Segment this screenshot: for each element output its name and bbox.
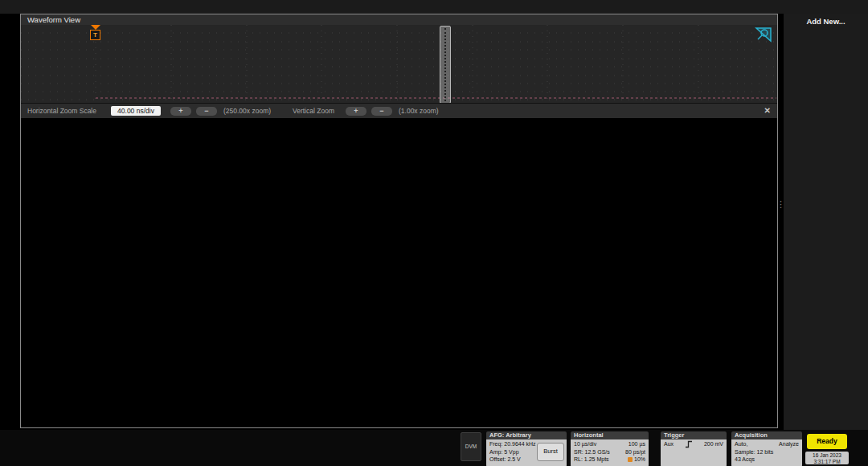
afg-panel[interactable]: AFG: Arbitrary Freq: 20.9644 kHz Amp: 5 … <box>486 431 567 466</box>
burst-button[interactable]: Burst <box>537 443 564 461</box>
date-label: 16 Jan 2023 <box>805 452 849 459</box>
acq-mode: Auto, <box>735 440 747 448</box>
waveform-view-window: Waveform View T Horizontal Zoom Scale 40… <box>20 14 778 428</box>
trigger-source: Aux <box>664 440 674 448</box>
trigger-level: 200 mV <box>704 440 723 448</box>
horizontal-header: Horizontal <box>571 431 649 439</box>
horizontal-span: 100 µs <box>628 440 645 448</box>
trigger-header: Trigger <box>661 431 727 439</box>
afg-header: AFG: Arbitrary <box>486 431 567 439</box>
close-zoom-icon[interactable]: ✕ <box>764 106 771 115</box>
trigger-pos-icon <box>628 457 633 462</box>
acq-sample-bits: Sample: 12 bits <box>735 448 799 456</box>
zoom-window-handle[interactable] <box>440 26 451 103</box>
vzoom-label: Vertical Zoom <box>293 107 334 115</box>
vzoom-minus-button[interactable]: − <box>371 107 392 116</box>
trigger-panel[interactable]: Trigger Aux 200 mV <box>661 431 727 466</box>
acq-analyze: Analyze <box>779 440 799 448</box>
hzoom-factor-label: (250.00x zoom) <box>223 107 271 115</box>
right-panel: Add New... <box>784 14 868 430</box>
sample-res: 80 ps/pt <box>625 448 645 456</box>
main-time-axis <box>21 413 777 427</box>
rising-edge-icon <box>685 440 693 448</box>
hzoom-scale-label: Horizontal Zoom Scale <box>27 107 96 115</box>
acquisition-panel[interactable]: Acquisition Auto,Analyze Sample: 12 bits… <box>731 431 802 466</box>
time-label: 3:31:17 PM <box>805 459 849 465</box>
dvm-button[interactable]: DVM <box>461 432 481 461</box>
vzoom-factor-label: (1.00x zoom) <box>399 107 439 115</box>
datetime-display: 16 Jan 2023 3:31:17 PM <box>805 452 849 464</box>
ready-status-badge: Ready <box>807 434 847 449</box>
horizontal-scale: 10 µs/div <box>574 440 596 448</box>
hzoom-minus-button[interactable]: − <box>196 107 217 116</box>
record-length: RL: 1.25 Mpts <box>574 456 609 464</box>
trigger-pos-percent: 10% <box>628 456 645 464</box>
panel-drag-handle[interactable]: ⋮ <box>776 199 784 210</box>
add-new-title: Add New... <box>784 17 868 26</box>
menu-bar <box>0 0 868 14</box>
zoomed-waveform-view[interactable] <box>21 118 777 413</box>
acq-count: 43 Acqs <box>735 456 799 464</box>
main-plot <box>21 118 262 239</box>
acquisition-header: Acquisition <box>731 431 802 439</box>
horizontal-zoom-bar: Horizontal Zoom Scale 40.00 ns/div + − (… <box>21 103 777 119</box>
hzoom-plus-button[interactable]: + <box>170 107 191 116</box>
bottom-bar: DVM AFG: Arbitrary Freq: 20.9644 kHz Amp… <box>0 430 868 466</box>
trigger-position-marker[interactable]: T <box>90 25 100 40</box>
overview-plot <box>21 25 776 102</box>
vzoom-plus-button[interactable]: + <box>346 107 366 116</box>
magnifier-icon[interactable] <box>755 27 772 46</box>
trigger-t-icon: T <box>90 30 100 40</box>
hzoom-scale-input[interactable]: 40.00 ns/div <box>111 106 161 116</box>
horizontal-panel[interactable]: Horizontal 10 µs/div100 µs SR: 12.5 GS/s… <box>571 431 649 466</box>
sample-rate: SR: 12.5 GS/s <box>574 448 610 456</box>
waveform-overview[interactable]: T <box>21 25 777 103</box>
waveform-view-title: Waveform View <box>21 14 777 25</box>
